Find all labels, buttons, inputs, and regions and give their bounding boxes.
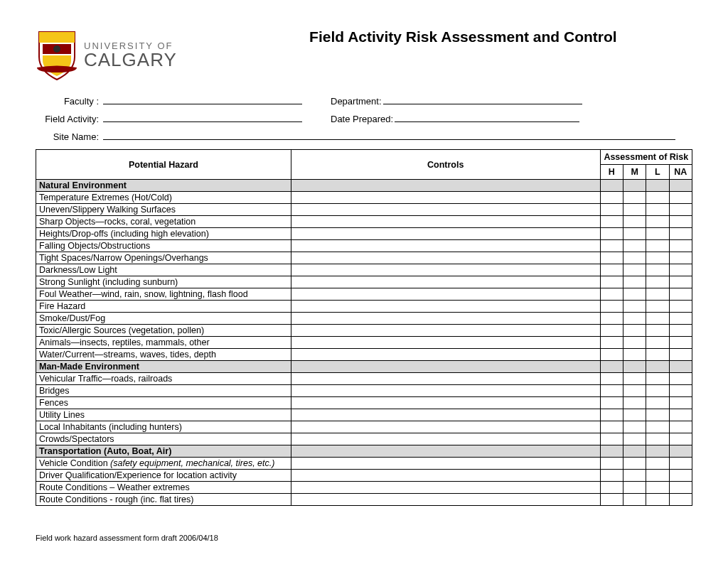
risk-cell[interactable] <box>646 494 669 506</box>
risk-cell[interactable] <box>646 373 669 385</box>
risk-cell[interactable] <box>669 385 692 397</box>
risk-cell[interactable] <box>669 482 692 494</box>
risk-cell[interactable] <box>646 240 669 252</box>
department-input[interactable] <box>383 104 582 104</box>
risk-cell[interactable] <box>646 421 669 433</box>
risk-cell[interactable] <box>623 228 646 240</box>
risk-cell[interactable] <box>646 385 669 397</box>
risk-cell[interactable] <box>646 252 669 264</box>
risk-cell[interactable] <box>669 458 692 470</box>
risk-cell[interactable] <box>646 349 669 361</box>
risk-cell[interactable] <box>600 313 623 325</box>
controls-cell[interactable] <box>291 240 600 252</box>
risk-cell[interactable] <box>600 252 623 264</box>
risk-cell[interactable] <box>623 482 646 494</box>
risk-cell[interactable] <box>646 276 669 288</box>
controls-cell[interactable] <box>291 252 600 264</box>
risk-cell[interactable] <box>600 337 623 349</box>
risk-cell[interactable] <box>623 204 646 216</box>
risk-cell[interactable] <box>623 301 646 313</box>
controls-cell[interactable] <box>291 397 600 409</box>
risk-cell[interactable] <box>600 482 623 494</box>
controls-cell[interactable] <box>291 228 600 240</box>
risk-cell[interactable] <box>646 433 669 445</box>
controls-cell[interactable] <box>291 494 600 506</box>
risk-cell[interactable] <box>646 204 669 216</box>
risk-cell[interactable] <box>623 192 646 204</box>
risk-cell[interactable] <box>646 192 669 204</box>
controls-cell[interactable] <box>291 264 600 276</box>
risk-cell[interactable] <box>646 325 669 337</box>
controls-cell[interactable] <box>291 288 600 301</box>
risk-cell[interactable] <box>623 470 646 482</box>
risk-cell[interactable] <box>600 373 623 385</box>
controls-cell[interactable] <box>291 276 600 288</box>
risk-cell[interactable] <box>646 216 669 228</box>
risk-cell[interactable] <box>669 325 692 337</box>
risk-cell[interactable] <box>646 482 669 494</box>
risk-cell[interactable] <box>600 192 623 204</box>
risk-cell[interactable] <box>669 313 692 325</box>
risk-cell[interactable] <box>623 288 646 301</box>
risk-cell[interactable] <box>600 264 623 276</box>
risk-cell[interactable] <box>669 204 692 216</box>
risk-cell[interactable] <box>623 409 646 421</box>
risk-cell[interactable] <box>623 458 646 470</box>
risk-cell[interactable] <box>669 409 692 421</box>
controls-cell[interactable] <box>291 482 600 494</box>
risk-cell[interactable] <box>600 325 623 337</box>
risk-cell[interactable] <box>600 349 623 361</box>
risk-cell[interactable] <box>646 288 669 301</box>
risk-cell[interactable] <box>600 494 623 506</box>
risk-cell[interactable] <box>623 421 646 433</box>
risk-cell[interactable] <box>623 337 646 349</box>
risk-cell[interactable] <box>669 470 692 482</box>
faculty-input[interactable] <box>103 104 302 104</box>
risk-cell[interactable] <box>600 216 623 228</box>
risk-cell[interactable] <box>669 397 692 409</box>
risk-cell[interactable] <box>600 409 623 421</box>
controls-cell[interactable] <box>291 349 600 361</box>
controls-cell[interactable] <box>291 216 600 228</box>
site-name-input[interactable] <box>103 139 675 140</box>
risk-cell[interactable] <box>623 216 646 228</box>
controls-cell[interactable] <box>291 385 600 397</box>
risk-cell[interactable] <box>623 397 646 409</box>
risk-cell[interactable] <box>669 276 692 288</box>
risk-cell[interactable] <box>600 458 623 470</box>
controls-cell[interactable] <box>291 337 600 349</box>
risk-cell[interactable] <box>646 409 669 421</box>
controls-cell[interactable] <box>291 204 600 216</box>
controls-cell[interactable] <box>291 470 600 482</box>
risk-cell[interactable] <box>669 264 692 276</box>
risk-cell[interactable] <box>623 385 646 397</box>
controls-cell[interactable] <box>291 421 600 433</box>
risk-cell[interactable] <box>646 301 669 313</box>
risk-cell[interactable] <box>623 433 646 445</box>
risk-cell[interactable] <box>669 228 692 240</box>
controls-cell[interactable] <box>291 409 600 421</box>
risk-cell[interactable] <box>600 470 623 482</box>
risk-cell[interactable] <box>600 421 623 433</box>
controls-cell[interactable] <box>291 373 600 385</box>
risk-cell[interactable] <box>623 325 646 337</box>
risk-cell[interactable] <box>600 276 623 288</box>
risk-cell[interactable] <box>669 252 692 264</box>
risk-cell[interactable] <box>623 313 646 325</box>
risk-cell[interactable] <box>623 373 646 385</box>
risk-cell[interactable] <box>669 288 692 301</box>
risk-cell[interactable] <box>623 264 646 276</box>
field-activity-input[interactable] <box>103 121 302 122</box>
risk-cell[interactable] <box>646 337 669 349</box>
risk-cell[interactable] <box>646 470 669 482</box>
risk-cell[interactable] <box>600 204 623 216</box>
risk-cell[interactable] <box>623 252 646 264</box>
risk-cell[interactable] <box>623 276 646 288</box>
risk-cell[interactable] <box>669 433 692 445</box>
controls-cell[interactable] <box>291 433 600 445</box>
risk-cell[interactable] <box>646 397 669 409</box>
controls-cell[interactable] <box>291 313 600 325</box>
controls-cell[interactable] <box>291 192 600 204</box>
risk-cell[interactable] <box>669 494 692 506</box>
risk-cell[interactable] <box>669 192 692 204</box>
